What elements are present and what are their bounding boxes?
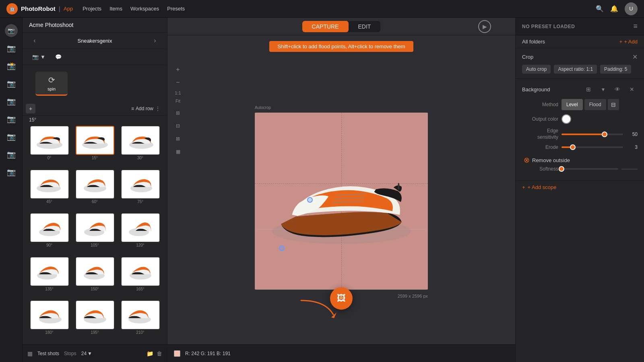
list-item[interactable]: 135° — [27, 257, 71, 299]
list-item[interactable]: 105° — [73, 213, 117, 255]
output-color-picker[interactable] — [561, 114, 571, 124]
bg-extra-btn[interactable]: ⊟ — [608, 99, 619, 110]
add-item-btn[interactable]: + — [26, 104, 35, 113]
list-item[interactable]: 90° — [27, 213, 71, 255]
crop-buttons: Auto crop Aspect ratio: 1:1 Padding: 5 — [522, 65, 638, 74]
panel-prev-btn[interactable]: ‹ — [29, 35, 40, 46]
sidebar-item-cam2[interactable]: 📸 — [3, 58, 19, 74]
list-item[interactable]: 45° — [27, 170, 71, 212]
remove-outside-row[interactable]: ⊗ Remove outside — [524, 154, 638, 166]
sidebar-item-cam4[interactable]: 📷 — [3, 93, 19, 109]
nav-workspaces[interactable]: Workspaces — [130, 6, 159, 12]
sidebar-item-camera-icon[interactable]: 📷 — [3, 23, 19, 39]
thumb-image — [30, 170, 69, 199]
list-item[interactable]: 195° — [73, 300, 117, 343]
list-item[interactable]: 150° — [73, 257, 117, 299]
list-item[interactable]: 165° — [118, 257, 162, 299]
flood-btn[interactable]: Flood — [584, 99, 606, 110]
sidebar-item-cam7[interactable]: 📷 — [3, 146, 19, 162]
softness-thumb[interactable] — [559, 166, 564, 172]
add-folder-btn[interactable]: + + Add — [619, 39, 638, 45]
bg-filter-icon[interactable]: ▾ — [597, 84, 609, 95]
search-icon[interactable]: 🔍 — [596, 5, 604, 13]
flood-point-1[interactable] — [307, 197, 313, 203]
crop-close-btn[interactable]: ✕ — [632, 53, 638, 61]
canvas-image-area[interactable] — [255, 113, 428, 290]
degree-header: 15° — [29, 117, 36, 123]
thumb-label: 15° — [92, 156, 98, 160]
add-row-btn[interactable]: ≡ Add row — [131, 106, 153, 111]
list-item[interactable]: 15° — [73, 126, 117, 168]
capture-btn[interactable]: CAPTURE — [302, 21, 349, 32]
center-area: CAPTURE EDIT ▶ Shift+click to add flood … — [167, 18, 515, 362]
test-shots-label[interactable]: Test shots — [37, 351, 59, 356]
spin-label: spin — [47, 86, 56, 91]
sidebar-item-cam1[interactable]: 📷 — [3, 40, 19, 56]
grid-view-btn[interactable]: ⊞ — [172, 107, 184, 119]
camera-action-btn[interactable]: 📷 ▼ — [29, 52, 49, 62]
bg-close-btn[interactable]: ✕ — [626, 84, 638, 95]
stops-value[interactable]: 24 ▼ — [81, 351, 92, 356]
edge-sensitivity-track[interactable] — [561, 134, 623, 135]
compare-btn[interactable]: ⊠ — [172, 133, 184, 144]
list-item[interactable]: 75° — [118, 170, 162, 212]
panel-next-btn[interactable]: › — [149, 35, 161, 46]
notification-icon[interactable]: 🔔 — [610, 5, 618, 13]
flood-point-2[interactable] — [279, 245, 285, 251]
topnav-links: Projects Items Workspaces Presets — [83, 6, 185, 12]
list-item[interactable]: 60° — [73, 170, 117, 212]
crop-section: Crop ✕ Auto crop Aspect ratio: 1:1 Paddi… — [516, 48, 644, 79]
thumb-label: 135° — [45, 287, 54, 291]
thumb-label: 120° — [136, 243, 144, 247]
list-item[interactable]: 30° — [118, 126, 162, 168]
level-btn[interactable]: Level — [561, 99, 583, 110]
nav-projects[interactable]: Projects — [83, 6, 101, 12]
spin-badge[interactable]: ⟳ spin — [35, 72, 68, 96]
delete-icon[interactable]: 🗑 — [157, 350, 162, 357]
zoom-fit-label[interactable]: Fit — [172, 98, 184, 104]
edge-sensitivity-thumb[interactable] — [602, 132, 607, 137]
edit-btn[interactable]: EDIT — [349, 21, 381, 32]
softness-track[interactable] — [561, 168, 618, 170]
aspect-ratio-btn[interactable]: Aspect ratio: 1:1 — [554, 65, 597, 74]
thumb-image — [121, 170, 160, 199]
sidebar-item-cam6[interactable]: 📷 — [3, 129, 19, 145]
app-section: App — [64, 6, 73, 12]
bg-layers-icon[interactable]: ⊞ — [583, 84, 594, 95]
padding-btn[interactable]: Padding: 5 — [600, 65, 631, 74]
erode-track[interactable] — [561, 146, 623, 148]
auto-crop-btn[interactable]: Auto crop — [522, 65, 551, 74]
zoom-1-1-label[interactable]: 1:1 — [172, 90, 184, 96]
bg-visibility-icon[interactable]: 👁 — [612, 84, 623, 95]
thumb-label: 210° — [136, 330, 144, 335]
add-scope-btn[interactable]: + + Add scope — [516, 181, 644, 193]
all-folders-label[interactable]: All folders — [522, 39, 545, 45]
erode-label: Erode — [522, 144, 558, 150]
nav-items[interactable]: Items — [109, 6, 122, 12]
filter-rows-btn[interactable]: ⋮ — [155, 105, 161, 112]
list-item[interactable]: 120° — [118, 213, 162, 255]
sidebar-item-cam5[interactable]: 📷 — [3, 111, 19, 127]
sidebar-item-cam8[interactable]: 📷 — [3, 164, 19, 180]
gallery-btn[interactable]: ▦ — [172, 146, 184, 157]
thumbs-grid: 0° 15° — [23, 124, 167, 344]
list-item[interactable]: 0° — [27, 126, 71, 168]
play-btn[interactable]: ▶ — [478, 20, 491, 33]
layout-btn[interactable]: ⊟ — [172, 120, 184, 132]
zoom-out-btn[interactable]: − — [172, 77, 184, 88]
list-item[interactable]: 180° — [27, 300, 71, 343]
nav-presets[interactable]: Presets — [167, 6, 185, 12]
fab-button[interactable]: 🖼 — [330, 287, 353, 310]
user-avatar[interactable]: U — [625, 2, 638, 15]
canvas-container: Autocrop — [255, 113, 428, 290]
comment-action-btn[interactable]: 💬 — [52, 52, 65, 62]
preset-menu-icon[interactable]: ≡ — [633, 22, 638, 31]
folder-icon[interactable]: 📁 — [147, 350, 153, 357]
sidebar-item-cam3[interactable]: 📷 — [3, 76, 19, 92]
erode-row: Erode 3 — [522, 144, 638, 150]
thumb-image — [76, 300, 114, 329]
list-item[interactable]: 210° — [118, 300, 162, 343]
zoom-in-btn[interactable]: + — [172, 64, 184, 75]
erode-thumb[interactable] — [570, 144, 576, 150]
app-logo[interactable]: 🤖 PhotoRobot | App — [6, 3, 73, 14]
